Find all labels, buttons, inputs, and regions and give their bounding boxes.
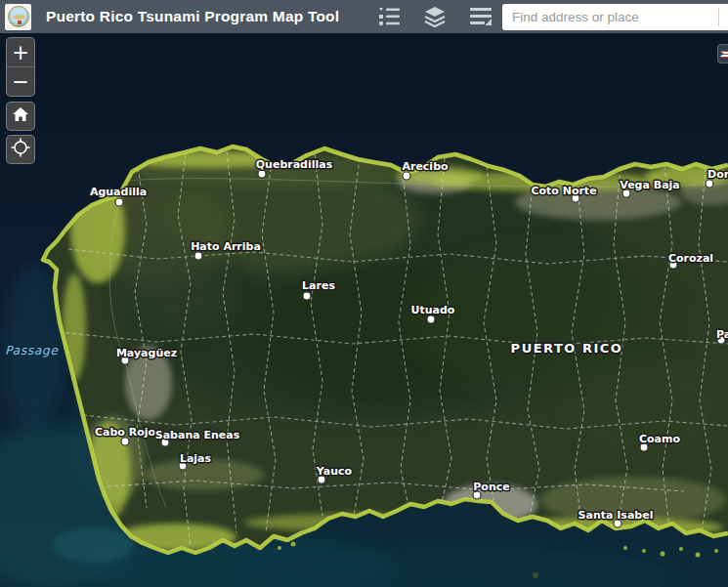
city-label: Cabo Rojo	[95, 426, 156, 439]
water-label: Passage	[5, 343, 59, 357]
header-toolbar	[374, 4, 495, 29]
city-dot	[194, 252, 202, 260]
layers-button[interactable]	[420, 4, 450, 29]
city-dot	[258, 170, 266, 178]
search-input[interactable]	[512, 5, 703, 29]
city-label: Coto Norte	[531, 185, 596, 197]
city-dot	[115, 198, 123, 206]
home-button[interactable]	[6, 102, 35, 131]
edge-flag-button[interactable]	[717, 44, 728, 63]
city-label: Sabana Eneas	[155, 429, 240, 441]
locate-icon	[11, 138, 30, 161]
page-title: Puerto Rico Tsunami Program Map Tool	[46, 8, 339, 25]
basemap-button[interactable]	[466, 4, 495, 29]
map-svg[interactable]: Passage PUERTO RICO AguadillaQuebradilla…	[0, 33, 728, 587]
program-logo	[5, 4, 31, 30]
city-label: Ponce	[473, 481, 509, 493]
city-label: Corozal	[668, 252, 713, 265]
map-tool-app: Puerto Rico Tsunami Program Map Tool	[0, 0, 728, 587]
city-label: Mayagüez	[116, 347, 177, 359]
city-label: Quebradillas	[256, 158, 333, 171]
zoom-out-button[interactable]: −	[7, 67, 34, 97]
city-label: Hato Arriba	[191, 240, 261, 253]
city-label: Arecibo	[402, 160, 449, 173]
region-label: PUERTO RICO	[511, 341, 623, 356]
map-canvas[interactable]: Passage PUERTO RICO AguadillaQuebradilla…	[0, 33, 728, 587]
city-label: Pa	[716, 328, 728, 341]
search-box	[502, 4, 728, 30]
city-label: Santa Isabel	[578, 509, 654, 522]
city-label: Dora	[707, 168, 728, 181]
legend-icon	[377, 7, 401, 26]
city-label: Coamo	[639, 433, 681, 445]
legend-button[interactable]	[374, 4, 404, 29]
app-header: Puerto Rico Tsunami Program Map Tool	[0, 0, 728, 33]
puerto-rico-flag-icon	[720, 51, 728, 58]
city-label: Lares	[302, 279, 335, 292]
city-label: Aguadilla	[90, 186, 147, 198]
basemap-icon	[469, 7, 492, 26]
city-label: Yauco	[316, 465, 353, 478]
city-label: Vega Baja	[620, 179, 680, 191]
search-divider	[718, 8, 719, 26]
city-dot	[303, 292, 311, 300]
city-dot	[121, 438, 129, 445]
city-label: Utuado	[411, 304, 455, 316]
home-icon	[12, 106, 29, 126]
layers-icon	[423, 6, 447, 27]
program-seal-icon	[8, 6, 29, 27]
zoom-control: + −	[6, 37, 35, 97]
zoom-in-button[interactable]: +	[7, 38, 34, 67]
city-dot	[403, 172, 410, 180]
city-label: Lajas	[180, 452, 212, 465]
city-dot	[706, 180, 713, 188]
city-dot	[427, 315, 435, 323]
locate-button[interactable]	[6, 135, 35, 164]
